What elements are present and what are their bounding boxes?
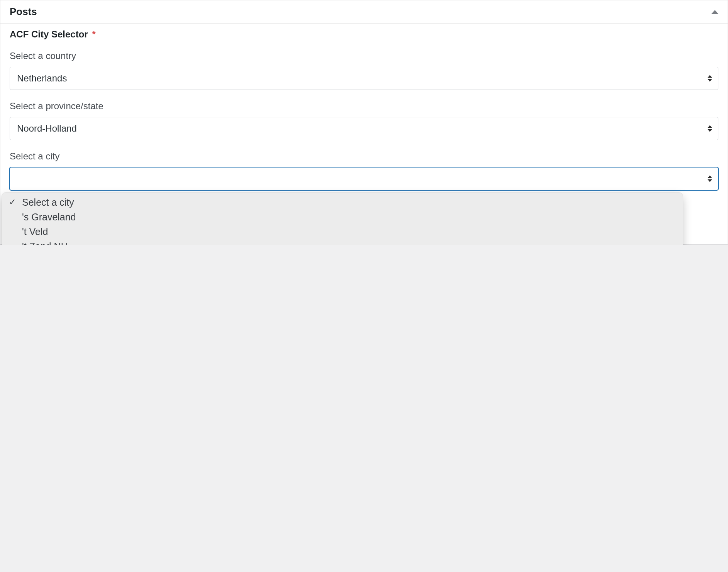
panel-header[interactable]: Posts: [0, 0, 728, 24]
province-select-value: Noord-Holland: [17, 123, 77, 134]
select-arrows-icon: [708, 176, 712, 182]
city-select[interactable]: Select a city: [10, 167, 718, 190]
panel-toggle-icon[interactable]: [711, 10, 718, 14]
city-option[interactable]: 't Zand NH: [2, 239, 683, 245]
panel-title: Posts: [10, 6, 37, 18]
province-select-wrap: Noord-Holland: [10, 117, 718, 140]
city-dropdown: Select a city's Graveland't Veld't Zand …: [2, 193, 683, 245]
field-group-title-text: ACF City Selector: [10, 29, 88, 39]
country-label: Select a country: [10, 51, 718, 61]
select-arrows-icon: [708, 125, 712, 132]
city-select-wrap: Select a city: [10, 167, 718, 190]
city-label: Select a city: [10, 151, 718, 162]
country-select-value: Netherlands: [17, 73, 67, 84]
select-arrows-icon: [708, 75, 712, 82]
required-marker: *: [92, 29, 95, 39]
city-option[interactable]: 's Graveland: [2, 210, 683, 224]
field-group-title: ACF City Selector *: [10, 29, 718, 40]
posts-metabox: Posts ACF City Selector * Select a count…: [0, 0, 728, 245]
province-label: Select a province/state: [10, 101, 718, 112]
country-select-wrap: Netherlands: [10, 67, 718, 90]
city-option[interactable]: 't Veld: [2, 224, 683, 239]
country-select[interactable]: Netherlands: [10, 67, 718, 90]
province-select[interactable]: Noord-Holland: [10, 117, 718, 140]
city-option[interactable]: Select a city: [2, 195, 683, 210]
city-dropdown-list[interactable]: Select a city's Graveland't Veld't Zand …: [2, 195, 683, 245]
